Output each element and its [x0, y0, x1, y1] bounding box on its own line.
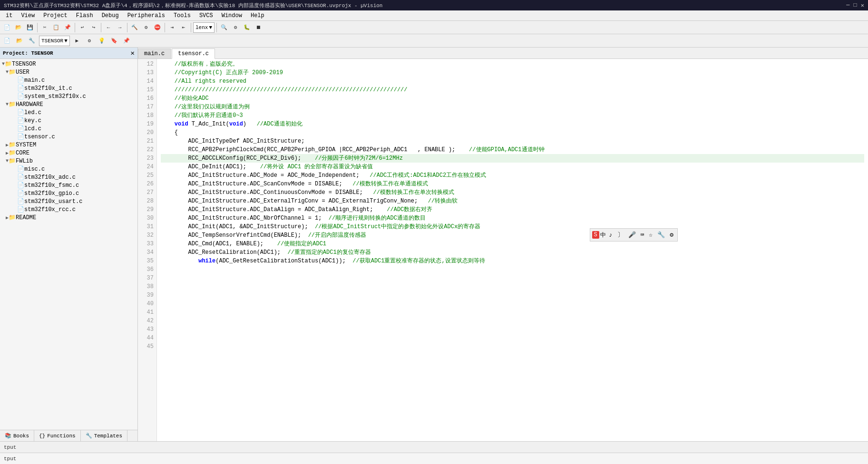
- sidebar-close-icon[interactable]: ✕: [131, 49, 135, 57]
- menu-item-it[interactable]: it: [2, 11, 16, 20]
- tree-item-stm32f10x-rcc[interactable]: 📄 stm32f10x_rcc.c: [0, 205, 137, 213]
- close-button[interactable]: ✕: [861, 2, 864, 9]
- toolbar-separator2: [75, 23, 75, 32]
- code-line: //我们默认将开启通道0~3: [161, 111, 864, 120]
- project-dropdown[interactable]: TSENSOR ▼: [39, 36, 70, 46]
- tb2-btn6[interactable]: 💡: [97, 36, 107, 46]
- tb2-btn2[interactable]: 📂: [14, 36, 25, 46]
- stop-debug-button[interactable]: ⏹: [253, 22, 263, 33]
- line-number: 40: [138, 300, 154, 308]
- tree-item-stm32f10x-it[interactable]: 📄 stm32f10x_it.c: [0, 84, 137, 92]
- toolbar-separator6: [191, 23, 191, 32]
- editor-tab-tab-main[interactable]: main.c: [138, 48, 171, 58]
- tree-item-stm32f10x-gpio[interactable]: 📄 stm32f10x_gpio.c: [0, 189, 137, 197]
- tb2-btn4[interactable]: ▶: [72, 36, 82, 46]
- open-file-button[interactable]: 📂: [13, 22, 24, 33]
- sidebar-tab-tab-templates[interactable]: 🔧Templates: [81, 430, 127, 441]
- line-number: 44: [138, 334, 154, 342]
- tree-item-tsensor-c[interactable]: 📄 tsensor.c: [0, 133, 137, 141]
- menu-item-debug[interactable]: Debug: [98, 11, 123, 20]
- code-line: ADC_InitStructure.ADC_ScanConvMode = DIS…: [161, 180, 864, 188]
- title-text: STM32资料\正点原子STM32资料\STM32 A盘原子\4，程序源码\2，…: [4, 2, 382, 9]
- tree-item-stm32f10x-fsmc[interactable]: 📄 stm32f10x_fsmc.c: [0, 181, 137, 189]
- tree-item-system-folder[interactable]: ▶ 📁 SYSTEM: [0, 141, 137, 149]
- tree-item-label: stm32f10x_it.c: [24, 85, 72, 92]
- unindent-button[interactable]: ⇤: [178, 22, 189, 33]
- tb2-btn7[interactable]: 🔖: [109, 36, 119, 46]
- menu-item-tools[interactable]: Tools: [170, 11, 195, 20]
- build-button[interactable]: 🔨: [129, 22, 140, 33]
- code-line: ADC_InitTypeDef ADC_InitStructure;: [161, 137, 864, 145]
- target-dropdown[interactable]: lenx ▼: [193, 22, 215, 33]
- ime-star-btn[interactable]: ☆: [647, 230, 654, 240]
- paste-button[interactable]: 📌: [62, 22, 73, 33]
- tree-item-main-c[interactable]: 📄 main.c: [0, 76, 137, 84]
- build-all-button[interactable]: ⚙: [141, 22, 151, 33]
- folder-icon: 📁: [9, 214, 16, 221]
- tree-item-readme[interactable]: ▶ 📁 README: [0, 213, 137, 222]
- tree-item-label: stm32f10x_rcc.c: [24, 206, 76, 213]
- minimize-button[interactable]: —: [846, 2, 849, 9]
- ime-music-btn[interactable]: ♪: [607, 231, 614, 240]
- code-line: //Copyright(C) 正点原子 2009-2019: [161, 68, 864, 77]
- line-number: 25: [138, 171, 154, 180]
- tree-item-stm32f10x-usart[interactable]: 📄 stm32f10x_usart.c: [0, 197, 137, 205]
- tb2-btn5[interactable]: ⚙: [84, 36, 95, 46]
- tree-item-stm32f10x-adc[interactable]: 📄 stm32f10x_adc.c: [0, 173, 137, 181]
- ime-keyboard-btn[interactable]: ⌨: [639, 230, 646, 240]
- menu-item-svcs[interactable]: SVCS: [195, 11, 217, 20]
- tree-item-fwlib-folder[interactable]: ▼ 📁 FWLib: [0, 157, 137, 165]
- menu-item-help[interactable]: Help: [247, 11, 268, 20]
- maximize-button[interactable]: □: [854, 2, 857, 9]
- menu-item-flash[interactable]: Flash: [72, 11, 97, 20]
- menu-item-peripherals[interactable]: Peripherals: [124, 11, 169, 20]
- menu-item-view[interactable]: View: [17, 11, 39, 20]
- tree-item-key-c[interactable]: 📄 key.c: [0, 116, 137, 125]
- tree-item-core-folder[interactable]: ▶ 📁 CORE: [0, 149, 137, 157]
- tb2-btn8[interactable]: 📌: [121, 36, 132, 46]
- file-icon: 📄: [17, 174, 24, 181]
- undo-button[interactable]: ↩: [77, 22, 88, 33]
- tree-item-label: tsensor.c: [24, 134, 55, 140]
- line-number: 24: [138, 163, 154, 171]
- ime-chinese-btn[interactable]: S: [592, 231, 599, 239]
- tb2-btn1[interactable]: 📄: [2, 36, 12, 46]
- cut-button[interactable]: ✂: [39, 22, 50, 33]
- folder-icon: 📁: [9, 101, 16, 108]
- ime-bracket-btn[interactable]: 〕: [615, 230, 625, 240]
- copy-button[interactable]: 📋: [51, 22, 61, 33]
- line-number: 32: [138, 231, 154, 240]
- save-button[interactable]: 💾: [25, 22, 35, 33]
- indent-button[interactable]: ⇥: [167, 22, 177, 33]
- nav-fwd-button[interactable]: →: [115, 22, 125, 33]
- tb2-btn3[interactable]: 🔧: [27, 36, 37, 46]
- tree-item-lcd-c[interactable]: 📄 lcd.c: [0, 125, 137, 133]
- tree-item-user-folder[interactable]: ▼ 📁 USER: [0, 68, 137, 76]
- debug-button[interactable]: 🐛: [242, 22, 252, 33]
- ime-settings-btn[interactable]: ⚙: [668, 230, 675, 240]
- tree-item-misc-c[interactable]: 📄 misc.c: [0, 165, 137, 173]
- redo-button[interactable]: ↪: [88, 22, 99, 33]
- sidebar-tab-tab-books[interactable]: 📚Books: [0, 430, 34, 441]
- output-area: tput: [0, 453, 868, 464]
- ime-mic-btn[interactable]: 🎤: [626, 230, 638, 240]
- editor-tab-tab-tsensor[interactable]: tsensor.c: [172, 48, 215, 59]
- status-bar: tput: [0, 441, 868, 453]
- tree-item-led-c[interactable]: 📄 led.c: [0, 108, 137, 116]
- code-content[interactable]: //版权所有，盗版必究。 //Copyright(C) 正点原子 2009-20…: [157, 59, 868, 441]
- window-controls: — □ ✕: [846, 2, 864, 9]
- menu-item-project[interactable]: Project: [39, 11, 71, 20]
- new-file-button[interactable]: 📄: [2, 22, 12, 33]
- tree-item-system-stm32[interactable]: 📄 system_stm32f10x.c: [0, 92, 137, 100]
- main-layout: Project: TSENSOR ✕ ▼ 📁 TSENSOR▼ 📁 USER 📄…: [0, 48, 868, 441]
- options-button[interactable]: ⚙: [230, 22, 241, 33]
- ime-tool-btn[interactable]: 🔧: [655, 230, 667, 240]
- tree-item-tsensor-root[interactable]: ▼ 📁 TSENSOR: [0, 60, 137, 68]
- search-button[interactable]: 🔍: [219, 22, 229, 33]
- menu-item-window[interactable]: Window: [218, 11, 246, 20]
- stop-button[interactable]: ⛔: [152, 22, 163, 33]
- nav-back-button[interactable]: ←: [103, 22, 114, 33]
- sidebar-tab-tab-functions[interactable]: {}Functions: [34, 430, 81, 441]
- tree-item-hardware-folder[interactable]: ▼ 📁 HARDWARE: [0, 100, 137, 108]
- file-icon: 📄: [17, 85, 24, 92]
